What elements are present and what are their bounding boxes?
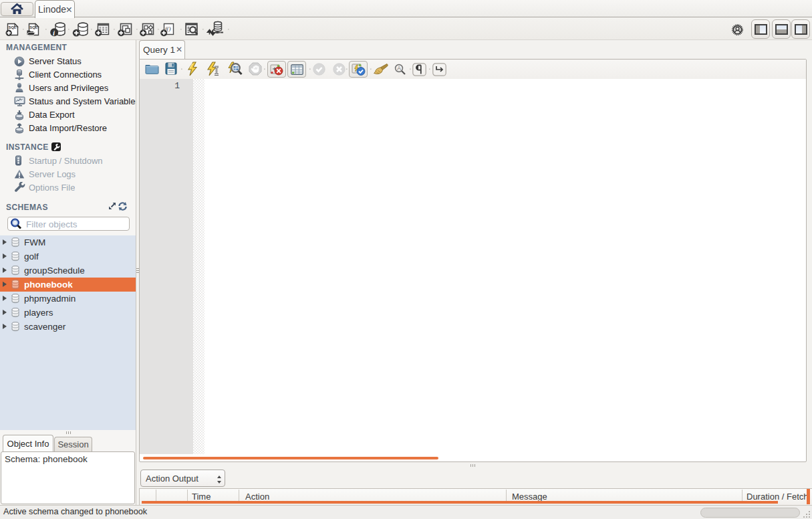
svg-text:A: A	[397, 65, 401, 72]
